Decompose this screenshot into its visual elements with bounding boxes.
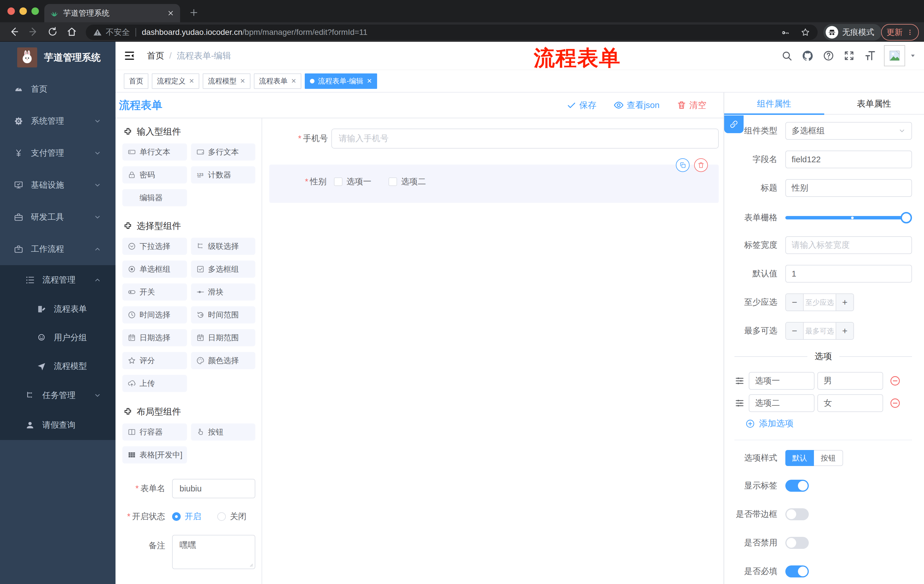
tab-component-props[interactable]: 组件属性 [724, 92, 824, 115]
phone-input[interactable]: 请输入手机号 [332, 128, 719, 148]
tag-process-definition[interactable]: 流程定义✕ [152, 73, 199, 89]
style-default-button[interactable]: 默认 [785, 450, 814, 466]
component-chip-row-container[interactable]: 行容器 [122, 423, 187, 441]
option-label-input[interactable]: 选项二 [749, 394, 815, 412]
form-name-input[interactable]: biubiu [172, 479, 255, 498]
component-chip-time-picker[interactable]: 时间选择 [122, 306, 187, 323]
delete-component-button[interactable] [694, 158, 708, 172]
slider-handle[interactable] [901, 212, 912, 224]
component-chip-rate[interactable]: 评分 [122, 352, 187, 369]
border-toggle[interactable] [785, 508, 809, 520]
option-value-input[interactable]: 男 [817, 372, 883, 390]
traffic-minimize-button[interactable] [20, 7, 27, 15]
search-icon[interactable] [781, 50, 792, 61]
traffic-close-button[interactable] [7, 7, 15, 15]
sidebar-item-home[interactable]: 首页 [0, 73, 116, 105]
canvas-gender-field[interactable]: *性别 选项一 选项二 [269, 165, 719, 188]
stepper-plus-button[interactable]: + [836, 322, 853, 339]
home-icon[interactable] [66, 26, 77, 37]
canvas-phone-field[interactable]: *手机号 请输入手机号 [262, 128, 724, 148]
component-chip-cascader[interactable]: 级联选择 [191, 238, 256, 255]
default-value-input[interactable]: 1 [785, 265, 912, 283]
tag-close-icon[interactable]: ✕ [291, 77, 296, 85]
style-button-button[interactable]: 按钮 [814, 450, 843, 466]
stepper-input[interactable]: 至少应选 [803, 294, 836, 311]
checkbox-option-one[interactable] [334, 178, 343, 186]
selected-component-block[interactable]: *性别 选项一 选项二 [269, 165, 719, 203]
component-chip-checkbox-group[interactable]: 多选框组 [191, 261, 256, 278]
sidebar-item-devtools[interactable]: 研发工具 [0, 201, 116, 233]
github-icon[interactable] [802, 50, 813, 62]
tag-home[interactable]: 首页 [124, 73, 148, 89]
component-chip-textarea[interactable]: 多行文本 [191, 143, 256, 161]
component-chip-date-picker[interactable]: 日期选择 [122, 329, 187, 346]
add-option-button[interactable]: 添加选项 [745, 418, 912, 429]
title-input[interactable]: 性别 [785, 179, 912, 197]
font-size-icon[interactable] [864, 50, 876, 62]
link-handle-tab[interactable] [724, 115, 744, 133]
bookmark-star-icon[interactable] [800, 28, 810, 37]
breadcrumb-home[interactable]: 首页 [147, 50, 164, 62]
component-chip-upload[interactable]: 上传 [122, 375, 187, 392]
component-chip-single-text[interactable]: 单行文本 [122, 143, 187, 161]
stepper-minus-button[interactable]: − [786, 294, 803, 311]
component-chip-date-range[interactable]: 日期范围 [191, 329, 256, 346]
back-icon[interactable] [8, 26, 20, 37]
option-label-input[interactable]: 选项一 [749, 372, 815, 390]
tab-form-props[interactable]: 表单属性 [824, 92, 924, 115]
label-width-input[interactable]: 请输入标签宽度 [785, 236, 912, 254]
sidebar-item-payment[interactable]: 支付管理 [0, 137, 116, 169]
sidebar-item-process-form[interactable]: 流程表单 [0, 295, 116, 323]
clear-button[interactable]: 清空 [677, 99, 706, 111]
sidebar-item-user-group[interactable]: 用户分组 [0, 323, 116, 352]
tab-close-icon[interactable] [167, 10, 174, 17]
form-remark-textarea[interactable]: 嘿嘿 [172, 535, 255, 569]
chrome-update-button[interactable]: 更新 [881, 24, 919, 41]
form-grid-slider[interactable] [785, 208, 912, 228]
address-bar[interactable]: 不安全 dashboard.yudao.iocoder.cn/bpm/manag… [86, 25, 818, 40]
component-type-select[interactable]: 多选框组 [785, 122, 912, 140]
stepper-minus-button[interactable]: − [786, 322, 803, 339]
reload-icon[interactable] [48, 26, 58, 37]
view-json-button[interactable]: 查看json [614, 99, 660, 111]
tag-process-model[interactable]: 流程模型✕ [203, 73, 250, 89]
sidebar-item-task-management[interactable]: 任务管理 [0, 380, 116, 410]
form-canvas[interactable]: *手机号 请输入手机号 *性别 选项一 选项二 [262, 118, 724, 584]
component-chip-password[interactable]: 密码 [122, 166, 187, 183]
password-key-icon[interactable] [781, 28, 790, 37]
resize-handle-icon[interactable] [248, 562, 254, 568]
sidebar-item-leave-query[interactable]: 请假查询 [0, 410, 116, 440]
stepper-plus-button[interactable]: + [836, 294, 853, 311]
browser-tab[interactable]: 芋道管理系统 [44, 4, 180, 22]
tag-close-icon[interactable]: ✕ [367, 77, 372, 85]
traffic-zoom-button[interactable] [31, 7, 39, 15]
component-chip-button[interactable]: 按钮 [191, 423, 256, 441]
drag-handle-icon[interactable] [734, 376, 745, 386]
component-chip-editor[interactable]: 编辑器 [122, 189, 187, 206]
stepper-input[interactable]: 最多可选 [803, 322, 836, 339]
tag-close-icon[interactable]: ✕ [189, 77, 194, 85]
fullscreen-icon[interactable] [843, 50, 855, 61]
chrome-menu-dots-icon[interactable] [907, 29, 913, 36]
status-radio-off[interactable]: 关闭 [217, 511, 246, 522]
caret-down-icon[interactable] [910, 53, 916, 59]
hamburger-fold-icon[interactable] [124, 50, 135, 62]
sidebar-item-system[interactable]: 系统管理 [0, 105, 116, 137]
sidebar-item-process-model[interactable]: 流程模型 [0, 352, 116, 380]
sidebar-item-infrastructure[interactable]: 基础设施 [0, 169, 116, 201]
component-chip-switch[interactable]: 开关 [122, 283, 187, 301]
component-chip-color-picker[interactable]: 颜色选择 [191, 352, 256, 369]
component-chip-table-dev[interactable]: 表格[开发中] [122, 446, 187, 464]
component-chip-counter[interactable]: 123计数器 [191, 166, 256, 183]
avatar[interactable] [884, 45, 905, 66]
checkbox-option-two[interactable] [389, 178, 397, 186]
copy-component-button[interactable] [676, 158, 690, 172]
drag-handle-icon[interactable] [734, 398, 745, 408]
show-label-toggle[interactable] [785, 480, 809, 492]
tag-process-form-edit[interactable]: 流程表单-编辑✕ [305, 73, 377, 89]
save-button[interactable]: 保存 [567, 99, 596, 111]
tag-close-icon[interactable]: ✕ [240, 77, 245, 85]
field-name-input[interactable]: field122 [785, 151, 912, 168]
component-chip-radio-group[interactable]: 单选框组 [122, 261, 187, 278]
component-chip-slider[interactable]: 滑块 [191, 283, 256, 301]
